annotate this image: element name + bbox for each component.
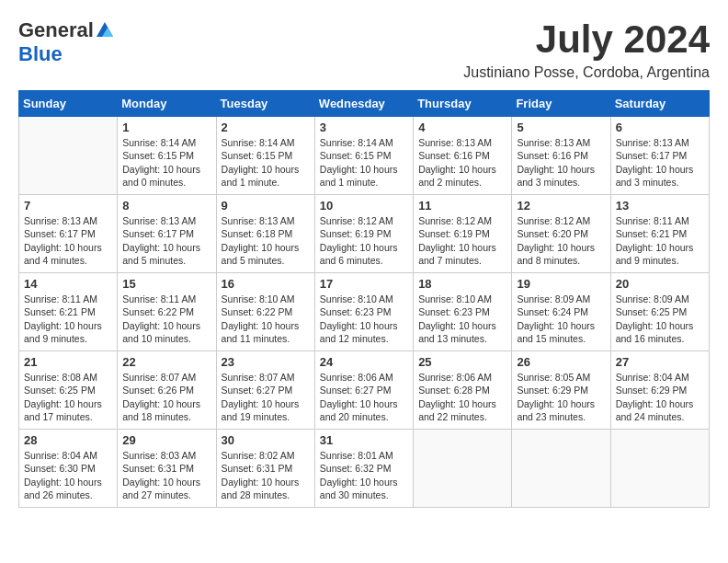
day-info: Sunrise: 8:04 AM Sunset: 6:29 PM Dayligh…: [616, 371, 704, 423]
day-info: Sunrise: 8:12 AM Sunset: 6:19 PM Dayligh…: [320, 214, 408, 267]
day-number: 17: [320, 277, 408, 291]
day-info: Sunrise: 8:14 AM Sunset: 6:15 PM Dayligh…: [122, 136, 210, 189]
day-info: Sunrise: 8:05 AM Sunset: 6:29 PM Dayligh…: [517, 371, 605, 423]
calendar-week-row: 28Sunrise: 8:04 AM Sunset: 6:30 PM Dayli…: [19, 430, 710, 508]
day-number: 10: [320, 199, 408, 213]
day-number: 15: [122, 277, 210, 291]
logo: General Blue: [18, 18, 116, 66]
day-info: Sunrise: 8:14 AM Sunset: 6:15 PM Dayligh…: [320, 136, 408, 189]
weekday-header-saturday: Saturday: [610, 91, 709, 117]
day-info: Sunrise: 8:12 AM Sunset: 6:20 PM Dayligh…: [517, 214, 605, 267]
day-info: Sunrise: 8:02 AM Sunset: 6:31 PM Dayligh…: [222, 449, 310, 501]
day-info: Sunrise: 8:13 AM Sunset: 6:17 PM Dayligh…: [122, 214, 210, 267]
weekday-header-wednesday: Wednesday: [314, 91, 413, 117]
weekday-header-monday: Monday: [118, 91, 216, 117]
day-info: Sunrise: 8:11 AM Sunset: 6:21 PM Dayligh…: [24, 293, 112, 345]
day-number: 3: [320, 121, 408, 134]
day-number: 9: [222, 199, 310, 213]
calendar-cell: 11Sunrise: 8:12 AM Sunset: 6:19 PM Dayli…: [414, 195, 512, 273]
day-number: 12: [517, 199, 605, 213]
day-number: 30: [222, 433, 310, 447]
day-info: Sunrise: 8:10 AM Sunset: 6:23 PM Dayligh…: [320, 293, 408, 345]
day-info: Sunrise: 8:12 AM Sunset: 6:19 PM Dayligh…: [418, 214, 506, 267]
logo-blue: Blue: [18, 42, 63, 65]
calendar-cell: 24Sunrise: 8:06 AM Sunset: 6:27 PM Dayli…: [314, 351, 413, 430]
day-number: 24: [320, 355, 408, 369]
calendar-cell: [610, 430, 709, 508]
calendar-cell: [512, 430, 610, 508]
calendar-cell: 21Sunrise: 8:08 AM Sunset: 6:25 PM Dayli…: [19, 351, 118, 430]
weekday-header-thursday: Thursday: [414, 91, 512, 117]
logo-icon: [95, 20, 115, 40]
calendar-cell: 1Sunrise: 8:14 AM Sunset: 6:15 PM Daylig…: [118, 117, 216, 195]
calendar-cell: 19Sunrise: 8:09 AM Sunset: 6:24 PM Dayli…: [512, 273, 610, 351]
day-info: Sunrise: 8:14 AM Sunset: 6:15 PM Dayligh…: [222, 136, 310, 189]
day-info: Sunrise: 8:07 AM Sunset: 6:27 PM Dayligh…: [222, 371, 310, 423]
calendar-cell: 13Sunrise: 8:11 AM Sunset: 6:21 PM Dayli…: [610, 195, 709, 273]
day-info: Sunrise: 8:06 AM Sunset: 6:27 PM Dayligh…: [320, 371, 408, 423]
day-info: Sunrise: 8:13 AM Sunset: 6:17 PM Dayligh…: [24, 214, 112, 267]
month-year-title: July 2024: [463, 18, 710, 61]
calendar-cell: 26Sunrise: 8:05 AM Sunset: 6:29 PM Dayli…: [512, 351, 610, 430]
day-info: Sunrise: 8:13 AM Sunset: 6:17 PM Dayligh…: [616, 136, 704, 189]
day-number: 7: [24, 199, 112, 213]
day-info: Sunrise: 8:13 AM Sunset: 6:16 PM Dayligh…: [517, 136, 605, 189]
day-info: Sunrise: 8:11 AM Sunset: 6:21 PM Dayligh…: [616, 214, 704, 267]
calendar-cell: 10Sunrise: 8:12 AM Sunset: 6:19 PM Dayli…: [314, 195, 413, 273]
calendar-cell: 20Sunrise: 8:09 AM Sunset: 6:25 PM Dayli…: [610, 273, 709, 351]
calendar-cell: 28Sunrise: 8:04 AM Sunset: 6:30 PM Dayli…: [19, 430, 118, 508]
day-info: Sunrise: 8:11 AM Sunset: 6:22 PM Dayligh…: [122, 293, 210, 345]
day-number: 27: [616, 355, 704, 369]
calendar-cell: 18Sunrise: 8:10 AM Sunset: 6:23 PM Dayli…: [414, 273, 512, 351]
calendar-cell: 27Sunrise: 8:04 AM Sunset: 6:29 PM Dayli…: [610, 351, 709, 430]
calendar-cell: 16Sunrise: 8:10 AM Sunset: 6:22 PM Dayli…: [216, 273, 314, 351]
calendar-cell: 4Sunrise: 8:13 AM Sunset: 6:16 PM Daylig…: [414, 117, 512, 195]
calendar-cell: 30Sunrise: 8:02 AM Sunset: 6:31 PM Dayli…: [216, 430, 314, 508]
calendar-cell: 9Sunrise: 8:13 AM Sunset: 6:18 PM Daylig…: [216, 195, 314, 273]
calendar-cell: 5Sunrise: 8:13 AM Sunset: 6:16 PM Daylig…: [512, 117, 610, 195]
day-number: 23: [222, 355, 310, 369]
day-info: Sunrise: 8:10 AM Sunset: 6:23 PM Dayligh…: [418, 293, 506, 345]
day-number: 20: [616, 277, 704, 291]
calendar-cell: 25Sunrise: 8:06 AM Sunset: 6:28 PM Dayli…: [414, 351, 512, 430]
day-number: 4: [418, 121, 506, 134]
day-number: 1: [122, 121, 210, 134]
day-number: 26: [517, 355, 605, 369]
calendar-cell: 3Sunrise: 8:14 AM Sunset: 6:15 PM Daylig…: [314, 117, 413, 195]
day-number: 21: [24, 355, 112, 369]
day-number: 22: [122, 355, 210, 369]
calendar-cell: 12Sunrise: 8:12 AM Sunset: 6:20 PM Dayli…: [512, 195, 610, 273]
day-info: Sunrise: 8:04 AM Sunset: 6:30 PM Dayligh…: [24, 449, 112, 501]
calendar-cell: [414, 430, 512, 508]
day-number: 25: [418, 355, 506, 369]
day-number: 28: [24, 433, 112, 447]
day-number: 19: [517, 277, 605, 291]
day-number: 2: [222, 121, 310, 134]
weekday-header-friday: Friday: [512, 91, 610, 117]
calendar-cell: 31Sunrise: 8:01 AM Sunset: 6:32 PM Dayli…: [314, 430, 413, 508]
day-number: 5: [517, 121, 605, 134]
calendar-cell: 17Sunrise: 8:10 AM Sunset: 6:23 PM Dayli…: [314, 273, 413, 351]
calendar-cell: 7Sunrise: 8:13 AM Sunset: 6:17 PM Daylig…: [19, 195, 118, 273]
logo-general: General: [18, 18, 94, 42]
day-number: 16: [222, 277, 310, 291]
calendar-week-row: 14Sunrise: 8:11 AM Sunset: 6:21 PM Dayli…: [19, 273, 710, 351]
day-number: 13: [616, 199, 704, 213]
calendar-cell: 15Sunrise: 8:11 AM Sunset: 6:22 PM Dayli…: [118, 273, 216, 351]
location-subtitle: Justiniano Posse, Cordoba, Argentina: [463, 64, 710, 81]
day-number: 6: [616, 121, 704, 134]
day-info: Sunrise: 8:06 AM Sunset: 6:28 PM Dayligh…: [418, 371, 506, 423]
calendar-cell: 22Sunrise: 8:07 AM Sunset: 6:26 PM Dayli…: [118, 351, 216, 430]
day-info: Sunrise: 8:09 AM Sunset: 6:25 PM Dayligh…: [616, 293, 704, 345]
title-block: July 2024 Justiniano Posse, Cordoba, Arg…: [463, 18, 710, 81]
day-info: Sunrise: 8:01 AM Sunset: 6:32 PM Dayligh…: [320, 449, 408, 501]
day-number: 8: [122, 199, 210, 213]
weekday-header-tuesday: Tuesday: [216, 91, 314, 117]
calendar-week-row: 7Sunrise: 8:13 AM Sunset: 6:17 PM Daylig…: [19, 195, 710, 273]
day-number: 31: [320, 433, 408, 447]
day-number: 14: [24, 277, 112, 291]
day-info: Sunrise: 8:03 AM Sunset: 6:31 PM Dayligh…: [122, 449, 210, 501]
day-info: Sunrise: 8:08 AM Sunset: 6:25 PM Dayligh…: [24, 371, 112, 423]
day-number: 11: [418, 199, 506, 213]
day-number: 29: [122, 433, 210, 447]
